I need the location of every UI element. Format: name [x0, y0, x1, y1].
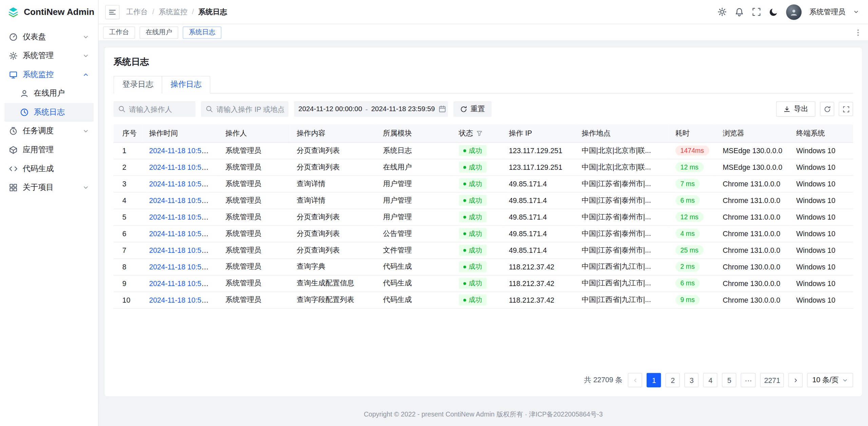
settings-gear-icon[interactable] — [717, 7, 727, 17]
sidebar-item-system-monitor[interactable]: 系统监控 — [4, 65, 94, 84]
tab-workbench[interactable]: 工作台 — [103, 26, 135, 39]
table-row[interactable]: 2 2024-11-18 10:52:47 系统管理员 分页查询列表 在线用户 … — [114, 159, 853, 176]
more-vertical-icon[interactable] — [854, 28, 863, 37]
cell-content: 查询生成配置信息 — [290, 275, 376, 291]
cell-time: 2024-11-18 10:51:49 — [142, 291, 219, 308]
table-row[interactable]: 4 2024-11-18 10:52:05 系统管理员 查询详情 用户管理 成功… — [114, 192, 853, 209]
cell-location: 中国|江西省|九江市|... — [575, 275, 669, 291]
fullscreen-icon[interactable] — [752, 7, 761, 17]
cell-content: 查询字典 — [290, 258, 376, 275]
more-pages-button[interactable]: ··· — [741, 373, 756, 387]
table-row[interactable]: 3 2024-11-18 10:52:12 系统管理员 查询详情 用户管理 成功… — [114, 176, 853, 192]
cell-content: 分页查询列表 — [290, 159, 376, 176]
chevron-down-icon[interactable] — [853, 9, 859, 15]
cell-index: 2 — [114, 159, 142, 176]
time-link[interactable]: 2024-11-18 10:51:49 — [149, 279, 216, 287]
pagination: 共 22709 条 1 2 3 4 5 ··· 2271 10 条/页 — [114, 365, 853, 387]
export-button[interactable]: 导出 — [776, 101, 815, 117]
logo[interactable]: ContiNew Admin — [0, 0, 98, 24]
time-link[interactable]: 2024-11-18 10:52:55 — [149, 146, 216, 155]
time-link[interactable]: 2024-11-18 10:51:55 — [149, 213, 216, 221]
page-size-value: 10 条/页 — [812, 375, 839, 385]
page-button-3[interactable]: 3 — [685, 373, 699, 387]
page-button-4[interactable]: 4 — [703, 373, 717, 387]
sidebar-item-app-management[interactable]: 应用管理 — [4, 141, 94, 160]
cell-index: 5 — [114, 209, 142, 225]
page-button-2[interactable]: 2 — [666, 373, 680, 387]
page-button-5[interactable]: 5 — [722, 373, 736, 387]
time-link[interactable]: 2024-11-18 10:51:49 — [149, 296, 216, 304]
cell-ip: 49.85.171.4 — [502, 242, 575, 258]
page-size-select[interactable]: 10 条/页 — [807, 373, 853, 387]
table-refresh-button[interactable] — [820, 102, 834, 116]
sidebar-item-task-scheduling[interactable]: 任务调度 — [4, 122, 94, 141]
cell-index: 1 — [114, 142, 142, 159]
breadcrumb-separator: / — [152, 8, 154, 16]
cell-module: 代码生成 — [376, 291, 452, 308]
breadcrumb-item[interactable]: 工作台 — [126, 7, 148, 17]
duration-badge: 7 ms — [675, 179, 700, 188]
page-button-1[interactable]: 1 — [647, 373, 661, 387]
cell-content: 分页查询列表 — [290, 225, 376, 242]
sidebar-item-label: 系统日志 — [34, 107, 89, 117]
time-link[interactable]: 2024-11-18 10:51:53 — [149, 229, 216, 238]
sidebar-item-online-users[interactable]: 在线用户 — [4, 84, 94, 103]
ip-search-input[interactable] — [216, 105, 284, 113]
sidebar-item-code-generation[interactable]: 代码生成 — [4, 159, 94, 178]
cell-browser: Chrome 131.0.0.0 — [716, 225, 790, 242]
time-link[interactable]: 2024-11-18 10:52:05 — [149, 196, 216, 204]
table-row[interactable]: 6 2024-11-18 10:51:53 系统管理员 分页查询列表 公告管理 … — [114, 225, 853, 242]
time-link[interactable]: 2024-11-18 10:52:47 — [149, 163, 216, 171]
cell-duration: 12 ms — [669, 159, 716, 176]
page-button-last[interactable]: 2271 — [760, 373, 784, 387]
log-table-body: 1 2024-11-18 10:52:55 系统管理员 分页查询列表 系统日志 … — [114, 142, 853, 308]
operator-search-input[interactable] — [129, 105, 191, 113]
dark-mode-moon-icon[interactable] — [769, 7, 778, 17]
time-link[interactable]: 2024-11-18 10:52:12 — [149, 180, 216, 188]
sidebar-item-system-management[interactable]: 系统管理 — [4, 46, 94, 65]
tab-operation-logs[interactable]: 操作日志 — [162, 76, 211, 94]
cell-time: 2024-11-18 10:52:47 — [142, 159, 219, 176]
next-page-button[interactable] — [788, 373, 803, 387]
operator-search-field[interactable] — [114, 101, 196, 117]
date-end-value[interactable]: 2024-11-18 23:59:59 — [371, 105, 435, 113]
notification-bell-icon[interactable] — [735, 7, 744, 17]
user-name[interactable]: 系统管理员 — [809, 7, 845, 17]
table-row[interactable]: 8 2024-11-18 10:51:50 系统管理员 查询字典 代码生成 成功… — [114, 258, 853, 275]
time-link[interactable]: 2024-11-18 10:51:50 — [149, 263, 216, 271]
sidebar-item-dashboard[interactable]: 仪表盘 — [4, 28, 94, 47]
sidebar-item-label: 关于项目 — [23, 183, 78, 192]
cell-os: Windows 10 — [790, 225, 853, 242]
prev-page-button[interactable] — [628, 373, 642, 387]
date-range-picker[interactable]: 2024-11-12 00:00:00 - 2024-11-18 23:59:5… — [294, 101, 448, 117]
tab-system-logs[interactable]: 系统日志 — [183, 26, 221, 39]
date-start-value[interactable]: 2024-11-12 00:00:00 — [298, 105, 362, 113]
tab-login-logs[interactable]: 登录日志 — [114, 76, 162, 94]
avatar[interactable] — [786, 4, 802, 20]
sidebar-item-about-project[interactable]: 关于项目 — [4, 178, 94, 197]
duration-badge: 12 ms — [675, 162, 704, 172]
filter-funnel-icon[interactable] — [476, 130, 483, 137]
reset-button[interactable]: 重置 — [453, 101, 492, 117]
time-link[interactable]: 2024-11-18 10:51:52 — [149, 246, 216, 254]
tab-online-users[interactable]: 在线用户 — [139, 26, 178, 39]
table-row[interactable]: 7 2024-11-18 10:51:52 系统管理员 分页查询列表 文件管理 … — [114, 242, 853, 258]
status-dot-icon — [463, 166, 466, 168]
sidebar-collapse-button[interactable] — [105, 5, 119, 19]
cell-duration: 6 ms — [669, 275, 716, 291]
cell-content: 查询详情 — [290, 192, 376, 209]
table-fullscreen-button[interactable] — [839, 102, 853, 116]
table-row[interactable]: 9 2024-11-18 10:51:49 系统管理员 查询生成配置信息 代码生… — [114, 275, 853, 291]
status-label: 成功 — [469, 162, 482, 172]
breadcrumb-item[interactable]: 系统监控 — [159, 7, 188, 17]
table-row[interactable]: 1 2024-11-18 10:52:55 系统管理员 分页查询列表 系统日志 … — [114, 142, 853, 159]
sidebar-item-system-logs[interactable]: 系统日志 — [4, 103, 94, 122]
cell-os: Windows 10 — [790, 192, 853, 209]
ip-search-field[interactable] — [201, 101, 289, 117]
cell-content: 分页查询列表 — [290, 142, 376, 159]
table-row[interactable]: 5 2024-11-18 10:51:55 系统管理员 分页查询列表 用户管理 … — [114, 209, 853, 225]
col-status: 状态 — [452, 124, 502, 142]
chevron-down-icon — [82, 53, 89, 59]
app-root: ContiNew Admin 仪表盘 系统管理 系统监控 — [0, 0, 868, 426]
table-row[interactable]: 10 2024-11-18 10:51:49 系统管理员 查询字段配置列表 代码… — [114, 291, 853, 308]
